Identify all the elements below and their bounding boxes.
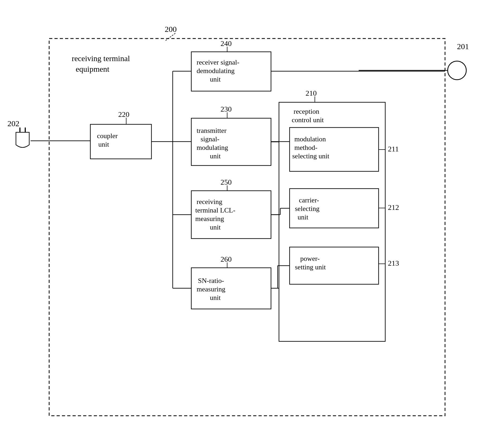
svg-text:220: 220 (118, 110, 129, 118)
svg-text:240: 240 (221, 39, 232, 48)
svg-text:selecting unit: selecting unit (292, 152, 329, 160)
svg-text:unit: unit (210, 294, 221, 302)
svg-text:unit: unit (210, 223, 221, 231)
svg-line-84 (271, 208, 290, 215)
svg-rect-25 (191, 52, 271, 91)
svg-text:demodulating: demodulating (197, 67, 235, 75)
svg-text:SN-ratio-: SN-ratio- (198, 277, 224, 285)
svg-text:coupler: coupler (97, 132, 118, 140)
svg-text:terminal LCL-: terminal LCL- (195, 206, 235, 214)
svg-text:modulating: modulating (197, 144, 228, 151)
svg-point-6 (448, 61, 466, 80)
svg-text:receiving terminal: receiving terminal (72, 54, 130, 63)
svg-rect-60 (279, 102, 385, 341)
svg-text:211: 211 (388, 145, 399, 153)
svg-text:260: 260 (221, 255, 232, 263)
svg-text:power-: power- (300, 255, 320, 262)
svg-text:200: 200 (165, 25, 177, 33)
svg-rect-41 (191, 191, 271, 239)
svg-text:measuring: measuring (195, 215, 224, 223)
svg-text:measuring: measuring (197, 285, 225, 293)
svg-text:control unit: control unit (292, 116, 324, 124)
svg-text:250: 250 (221, 178, 232, 186)
svg-text:setting unit: setting unit (295, 263, 326, 271)
svg-text:202: 202 (7, 119, 19, 128)
svg-text:method-: method- (294, 144, 317, 151)
svg-rect-0 (49, 39, 445, 416)
svg-text:carrier-: carrier- (299, 196, 319, 204)
svg-line-4 (165, 33, 175, 41)
svg-text:signal-: signal- (201, 135, 219, 143)
svg-text:selecting: selecting (295, 205, 319, 213)
svg-text:equipment: equipment (76, 65, 109, 73)
svg-text:210: 210 (306, 89, 317, 97)
svg-rect-71 (290, 189, 379, 228)
svg-text:201: 201 (457, 42, 469, 51)
svg-text:receiving: receiving (197, 198, 222, 206)
svg-text:receiver signal-: receiver signal- (197, 58, 239, 66)
svg-text:unit: unit (210, 75, 221, 83)
svg-rect-9 (16, 131, 31, 149)
svg-text:unit: unit (298, 213, 308, 221)
svg-text:unit: unit (210, 152, 221, 160)
svg-rect-65 (290, 128, 379, 171)
svg-rect-32 (191, 118, 271, 166)
svg-rect-51 (191, 268, 271, 309)
svg-text:reception: reception (294, 108, 319, 115)
svg-rect-77 (290, 247, 379, 284)
svg-text:212: 212 (388, 203, 399, 211)
diagram-svg: receiving terminal equipment 200 201 202… (0, 0, 504, 437)
svg-text:modulation: modulation (294, 135, 326, 143)
svg-rect-14 (90, 124, 151, 159)
svg-text:213: 213 (388, 259, 399, 267)
svg-text:unit: unit (98, 141, 109, 148)
svg-text:transmitter: transmitter (197, 127, 227, 134)
svg-text:230: 230 (221, 105, 232, 113)
